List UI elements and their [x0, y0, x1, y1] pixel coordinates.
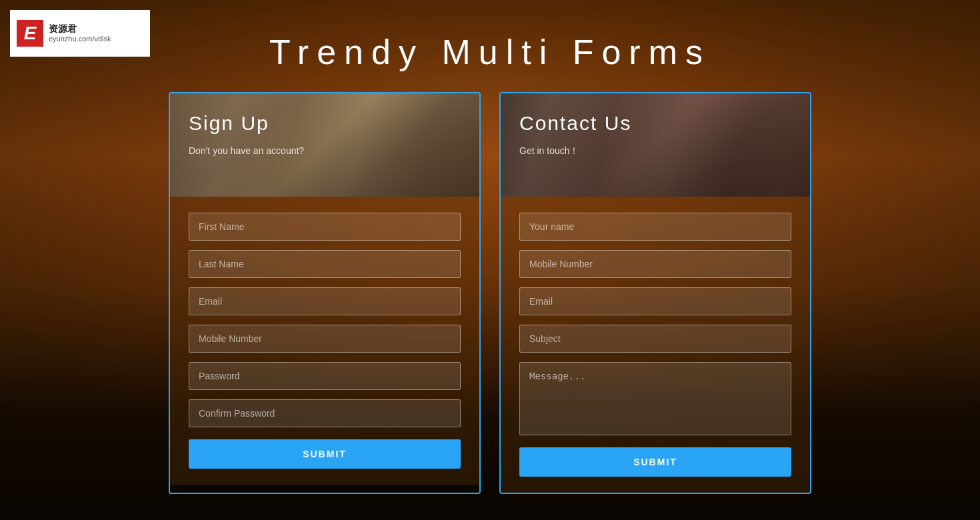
- confirm-password-input[interactable]: [189, 399, 461, 427]
- subject-input[interactable]: [519, 325, 791, 353]
- forms-container: Sign Up Don't you have an account? SUBMI…: [169, 92, 811, 494]
- signup-header: Sign Up Don't you have an account?: [170, 93, 479, 197]
- contact-submit-button[interactable]: SUBMIT: [519, 447, 791, 477]
- logo-name: 资源君: [49, 23, 111, 35]
- contact-header: Contact Us Get in touch！: [501, 93, 810, 197]
- contact-subtitle: Get in touch！: [519, 145, 791, 157]
- first-name-input[interactable]: [189, 213, 461, 241]
- message-input[interactable]: [519, 362, 791, 435]
- contact-email-input[interactable]: [519, 287, 791, 315]
- signup-title: Sign Up: [189, 112, 461, 135]
- logo: E 资源君 eyunzhu.com/vdisk: [10, 10, 150, 57]
- logo-letter: E: [17, 20, 43, 47]
- contact-form-body: SUBMIT: [501, 197, 810, 493]
- signup-subtitle: Don't you have an account?: [189, 145, 461, 156]
- signup-submit-button[interactable]: SUBMIT: [189, 439, 461, 469]
- last-name-input[interactable]: [189, 250, 461, 278]
- password-input[interactable]: [189, 362, 461, 390]
- signup-form-body: SUBMIT: [170, 197, 479, 485]
- contact-title: Contact Us: [519, 112, 791, 135]
- contact-mobile-input[interactable]: [519, 250, 791, 278]
- contact-name-input[interactable]: [519, 213, 791, 241]
- page-title: Trendy Multi Forms: [269, 32, 711, 72]
- signup-form-card: Sign Up Don't you have an account? SUBMI…: [169, 92, 481, 494]
- logo-url: eyunzhu.com/vdisk: [49, 35, 111, 43]
- signup-mobile-input[interactable]: [189, 325, 461, 353]
- contact-form-card: Contact Us Get in touch！ SUBMIT: [499, 92, 811, 494]
- signup-email-input[interactable]: [189, 287, 461, 315]
